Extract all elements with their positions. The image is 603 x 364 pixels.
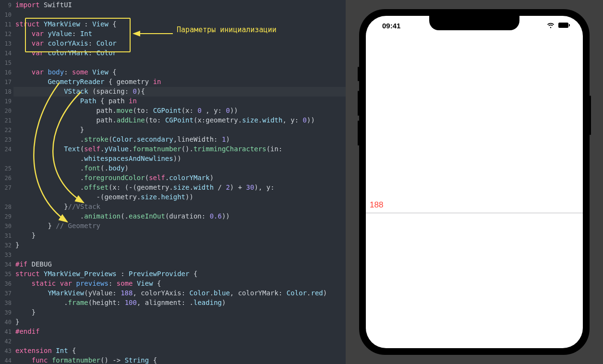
svg-rect-1 — [558, 23, 568, 28]
wifi-icon — [546, 22, 555, 28]
battery-icon — [558, 22, 570, 28]
line-number[interactable]: 35 — [0, 269, 13, 279]
line-number[interactable]: 40 — [0, 317, 13, 327]
line-number[interactable]: 32 — [0, 241, 13, 250]
code-area[interactable]: import SwiftUI struct YMarkView : View {… — [15, 0, 327, 364]
line-number[interactable]: 27 — [0, 183, 13, 193]
code-line[interactable]: var colorYMark: Color — [15, 48, 327, 58]
code-line[interactable]: -(geometry.size.height)) — [15, 192, 327, 202]
line-number[interactable] — [0, 193, 13, 202]
phone-mute-switch — [358, 67, 359, 81]
phone-power-button — [590, 96, 591, 135]
phone-volume-down — [358, 121, 359, 146]
code-line[interactable]: .animation(.easeInOut(duration: 0.6)) — [15, 211, 327, 221]
code-line[interactable]: path.addLine(to: CGPoint(x:geometry.size… — [15, 115, 327, 125]
ymark-value: 188 — [370, 200, 383, 210]
code-line[interactable]: Path { path in — [15, 96, 327, 106]
code-line[interactable]: .whitespacesAndNewlines)) — [15, 154, 327, 163]
line-number[interactable]: 23 — [0, 135, 13, 145]
line-number[interactable]: 36 — [0, 279, 13, 289]
code-line[interactable]: path.move(to: CGPoint(x: 0 , y: 0)) — [15, 106, 327, 115]
code-line[interactable]: static var previews: some View { — [15, 279, 327, 288]
ymark-axis-line — [366, 213, 583, 213]
line-number[interactable] — [0, 154, 13, 164]
code-line[interactable]: .stroke(Color.secondary,lineWidth: 1) — [15, 134, 327, 144]
line-number[interactable]: 14 — [0, 49, 13, 58]
line-number[interactable]: 26 — [0, 173, 13, 183]
code-line[interactable]: extension Int { — [15, 346, 327, 355]
phone-screen[interactable]: 09:41 188 — [366, 16, 583, 348]
line-number[interactable]: 34 — [0, 260, 13, 269]
line-number[interactable]: 10 — [0, 10, 13, 20]
code-line[interactable]: } — [15, 307, 327, 317]
ymark-view: 188 — [366, 213, 583, 213]
line-number[interactable]: 22 — [0, 125, 13, 135]
line-number[interactable]: 33 — [0, 250, 13, 260]
code-line[interactable] — [15, 250, 327, 259]
line-number[interactable]: 39 — [0, 308, 13, 317]
code-line[interactable]: struct YMarkView : View { — [15, 19, 327, 29]
line-number[interactable]: 18 — [0, 87, 13, 97]
code-editor[interactable]: 9101112131415161718192021222324252627282… — [0, 0, 346, 364]
code-line[interactable]: var yValue: Int — [15, 29, 327, 38]
line-number[interactable]: 16 — [0, 68, 13, 77]
line-number[interactable]: 44 — [0, 356, 13, 364]
code-line[interactable]: VStack (spacing: 0){ — [15, 86, 327, 96]
line-number[interactable]: 24 — [0, 145, 13, 154]
code-line[interactable]: } — [15, 125, 327, 134]
code-line[interactable]: } — [15, 231, 327, 240]
code-line[interactable]: struct YMarkView_Previews : PreviewProvi… — [15, 269, 327, 279]
line-number[interactable]: 30 — [0, 221, 13, 231]
line-number[interactable]: 19 — [0, 97, 13, 106]
line-number[interactable]: 15 — [0, 58, 13, 68]
line-number[interactable]: 12 — [0, 29, 13, 39]
line-number[interactable]: 9 — [0, 0, 13, 10]
line-number[interactable]: 25 — [0, 164, 13, 173]
code-line[interactable] — [15, 336, 327, 346]
line-gutter[interactable]: 9101112131415161718192021222324252627282… — [0, 0, 13, 364]
code-line[interactable] — [15, 58, 327, 67]
code-line[interactable]: #endif — [15, 327, 327, 336]
code-line[interactable]: .font(.body) — [15, 163, 327, 173]
phone-bezel: 09:41 188 — [359, 9, 590, 355]
code-line[interactable]: }//VStack — [15, 202, 327, 211]
code-line[interactable]: func formatnumber() -> String { — [15, 355, 327, 364]
line-number[interactable]: 17 — [0, 77, 13, 87]
svg-rect-2 — [569, 24, 570, 26]
code-line[interactable]: var colorYAxis: Color — [15, 38, 327, 48]
line-number[interactable]: 37 — [0, 289, 13, 298]
code-line[interactable]: } — [15, 317, 327, 327]
code-line[interactable]: .foregroundColor(self.colorYMark) — [15, 173, 327, 182]
line-number[interactable]: 13 — [0, 39, 13, 49]
annotation-label: Параметры инициализации — [177, 25, 277, 35]
status-time: 09:41 — [382, 22, 400, 30]
code-line[interactable]: import SwiftUI — [15, 0, 327, 10]
code-line[interactable]: Text(self.yValue.formatnumber().trimming… — [15, 144, 327, 154]
ide-window: 9101112131415161718192021222324252627282… — [0, 0, 603, 364]
line-number[interactable]: 42 — [0, 337, 13, 346]
line-number[interactable]: 29 — [0, 212, 13, 221]
line-number[interactable]: 43 — [0, 346, 13, 356]
code-line[interactable]: #if DEBUG — [15, 259, 327, 269]
code-line[interactable] — [15, 10, 327, 19]
line-number[interactable]: 21 — [0, 116, 13, 125]
preview-panel: 09:41 188 — [346, 0, 603, 364]
code-line[interactable]: GeometryReader { geometry in — [15, 77, 327, 86]
line-number[interactable]: 31 — [0, 231, 13, 241]
code-line[interactable]: var body: some View { — [15, 67, 327, 77]
line-number[interactable]: 38 — [0, 298, 13, 308]
line-number[interactable]: 28 — [0, 202, 13, 212]
line-number[interactable]: 11 — [0, 20, 13, 29]
line-number[interactable]: 20 — [0, 106, 13, 116]
code-line[interactable]: } // Geometry — [15, 221, 327, 231]
code-line[interactable]: YMarkView(yValue: 188, colorYAxis: Color… — [15, 288, 327, 298]
code-line[interactable]: } — [15, 240, 327, 250]
phone-volume-up — [358, 91, 359, 116]
code-line[interactable]: .offset(x: (-(geometry.size.width / 2) +… — [15, 182, 327, 192]
line-number[interactable]: 41 — [0, 327, 13, 337]
code-line[interactable]: .frame(height: 100, alignment: .leading) — [15, 298, 327, 307]
status-bar: 09:41 — [366, 21, 583, 31]
